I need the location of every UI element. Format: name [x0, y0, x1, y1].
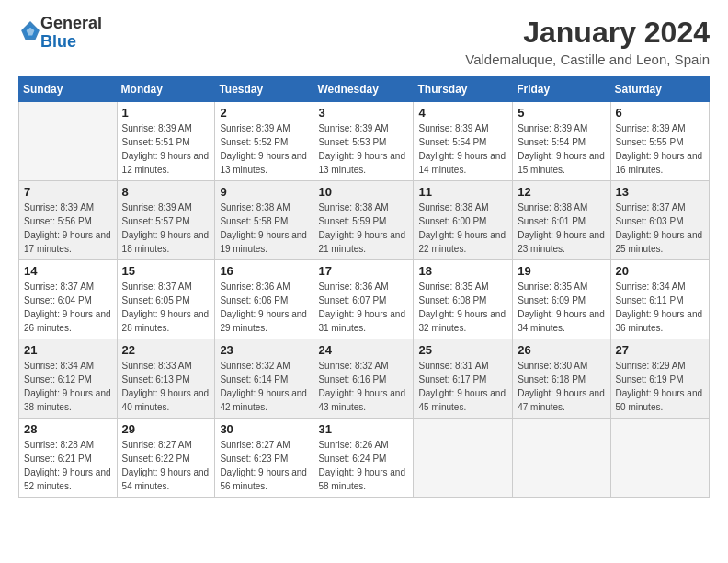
calendar-cell: 10Sunrise: 8:38 AM Sunset: 5:59 PM Dayli…: [313, 181, 414, 260]
day-info: Sunrise: 8:38 AM Sunset: 6:01 PM Dayligh…: [518, 201, 605, 256]
day-number: 18: [418, 264, 507, 278]
day-number: 10: [318, 185, 408, 199]
calendar-cell: 15Sunrise: 8:37 AM Sunset: 6:05 PM Dayli…: [117, 260, 215, 339]
day-number: 2: [220, 106, 308, 120]
day-info: Sunrise: 8:29 AM Sunset: 6:19 PM Dayligh…: [616, 359, 704, 414]
day-info: Sunrise: 8:39 AM Sunset: 5:53 PM Dayligh…: [318, 121, 408, 177]
header-thursday: Thursday: [414, 77, 513, 102]
logo-text: General Blue: [40, 15, 102, 52]
calendar-cell: 29Sunrise: 8:27 AM Sunset: 6:22 PM Dayli…: [117, 419, 215, 498]
day-info: Sunrise: 8:38 AM Sunset: 5:58 PM Dayligh…: [220, 201, 308, 256]
day-number: 3: [318, 106, 408, 120]
day-number: 22: [122, 343, 210, 357]
day-number: 4: [418, 106, 507, 120]
calendar-cell: 25Sunrise: 8:31 AM Sunset: 6:17 PM Dayli…: [414, 339, 513, 419]
calendar-cell: 21Sunrise: 8:34 AM Sunset: 6:12 PM Dayli…: [19, 339, 118, 419]
day-number: 27: [616, 343, 704, 357]
day-number: 20: [616, 264, 704, 278]
day-number: 19: [518, 264, 605, 278]
day-number: 5: [518, 106, 605, 120]
day-number: 9: [220, 185, 308, 199]
calendar-table: Sunday Monday Tuesday Wednesday Thursday…: [18, 76, 710, 498]
header: General Blue January 2024 Valdemaluque, …: [18, 15, 710, 67]
day-info: Sunrise: 8:39 AM Sunset: 5:54 PM Dayligh…: [518, 121, 605, 177]
day-number: 23: [220, 343, 308, 357]
day-info: Sunrise: 8:37 AM Sunset: 6:05 PM Dayligh…: [122, 280, 210, 335]
day-info: Sunrise: 8:30 AM Sunset: 6:18 PM Dayligh…: [518, 359, 605, 414]
day-info: Sunrise: 8:39 AM Sunset: 5:54 PM Dayligh…: [418, 121, 507, 177]
day-number: 28: [24, 422, 112, 436]
calendar-cell: [414, 419, 513, 498]
calendar-body: 1Sunrise: 8:39 AM Sunset: 5:51 PM Daylig…: [19, 102, 710, 498]
header-friday: Friday: [513, 77, 610, 102]
calendar-cell: 13Sunrise: 8:37 AM Sunset: 6:03 PM Dayli…: [610, 181, 709, 260]
calendar-week-5: 28Sunrise: 8:28 AM Sunset: 6:21 PM Dayli…: [19, 419, 710, 498]
day-number: 15: [122, 264, 210, 278]
calendar-cell: 17Sunrise: 8:36 AM Sunset: 6:07 PM Dayli…: [313, 260, 414, 339]
calendar-cell: 19Sunrise: 8:35 AM Sunset: 6:09 PM Dayli…: [513, 260, 610, 339]
day-number: 12: [518, 185, 605, 199]
calendar-cell: 31Sunrise: 8:26 AM Sunset: 6:24 PM Dayli…: [313, 419, 414, 498]
calendar-week-2: 7Sunrise: 8:39 AM Sunset: 5:56 PM Daylig…: [19, 181, 710, 260]
day-number: 6: [616, 106, 704, 120]
calendar-cell: 12Sunrise: 8:38 AM Sunset: 6:01 PM Dayli…: [513, 181, 610, 260]
calendar-cell: 8Sunrise: 8:39 AM Sunset: 5:57 PM Daylig…: [117, 181, 215, 260]
calendar-header: Sunday Monday Tuesday Wednesday Thursday…: [19, 77, 710, 102]
day-info: Sunrise: 8:39 AM Sunset: 5:57 PM Dayligh…: [122, 201, 210, 256]
main-title: January 2024: [465, 15, 710, 50]
day-info: Sunrise: 8:33 AM Sunset: 6:13 PM Dayligh…: [122, 359, 210, 414]
calendar-cell: 2Sunrise: 8:39 AM Sunset: 5:52 PM Daylig…: [215, 102, 313, 181]
day-number: 24: [318, 343, 408, 357]
calendar-cell: [19, 102, 118, 181]
day-number: 7: [24, 185, 112, 199]
header-wednesday: Wednesday: [313, 77, 414, 102]
page: General Blue January 2024 Valdemaluque, …: [0, 0, 728, 563]
day-number: 11: [418, 185, 507, 199]
day-info: Sunrise: 8:39 AM Sunset: 5:52 PM Dayligh…: [220, 121, 308, 177]
day-number: 26: [518, 343, 605, 357]
header-monday: Monday: [117, 77, 215, 102]
calendar-week-3: 14Sunrise: 8:37 AM Sunset: 6:04 PM Dayli…: [19, 260, 710, 339]
day-info: Sunrise: 8:35 AM Sunset: 6:09 PM Dayligh…: [518, 280, 605, 335]
day-info: Sunrise: 8:36 AM Sunset: 6:06 PM Dayligh…: [220, 280, 308, 335]
day-info: Sunrise: 8:27 AM Sunset: 6:22 PM Dayligh…: [122, 438, 210, 493]
calendar-cell: 9Sunrise: 8:38 AM Sunset: 5:58 PM Daylig…: [215, 181, 313, 260]
day-info: Sunrise: 8:27 AM Sunset: 6:23 PM Dayligh…: [220, 438, 308, 493]
day-number: 25: [418, 343, 507, 357]
day-info: Sunrise: 8:35 AM Sunset: 6:08 PM Dayligh…: [418, 280, 507, 335]
day-number: 1: [122, 106, 210, 120]
logo: General Blue: [18, 15, 102, 52]
day-number: 13: [616, 185, 704, 199]
calendar-week-1: 1Sunrise: 8:39 AM Sunset: 5:51 PM Daylig…: [19, 102, 710, 181]
day-info: Sunrise: 8:39 AM Sunset: 5:51 PM Dayligh…: [122, 121, 210, 177]
day-info: Sunrise: 8:26 AM Sunset: 6:24 PM Dayligh…: [318, 438, 408, 493]
calendar-cell: 20Sunrise: 8:34 AM Sunset: 6:11 PM Dayli…: [610, 260, 709, 339]
calendar-cell: 18Sunrise: 8:35 AM Sunset: 6:08 PM Dayli…: [414, 260, 513, 339]
calendar-week-4: 21Sunrise: 8:34 AM Sunset: 6:12 PM Dayli…: [19, 339, 710, 419]
calendar-cell: [513, 419, 610, 498]
day-number: 31: [318, 422, 408, 436]
day-number: 16: [220, 264, 308, 278]
calendar-cell: 11Sunrise: 8:38 AM Sunset: 6:00 PM Dayli…: [414, 181, 513, 260]
day-info: Sunrise: 8:31 AM Sunset: 6:17 PM Dayligh…: [418, 359, 507, 414]
calendar-cell: 14Sunrise: 8:37 AM Sunset: 6:04 PM Dayli…: [19, 260, 118, 339]
day-info: Sunrise: 8:28 AM Sunset: 6:21 PM Dayligh…: [24, 438, 112, 493]
day-info: Sunrise: 8:38 AM Sunset: 6:00 PM Dayligh…: [418, 201, 507, 256]
day-info: Sunrise: 8:32 AM Sunset: 6:14 PM Dayligh…: [220, 359, 308, 414]
day-info: Sunrise: 8:39 AM Sunset: 5:55 PM Dayligh…: [616, 121, 704, 177]
calendar-cell: 30Sunrise: 8:27 AM Sunset: 6:23 PM Dayli…: [215, 419, 313, 498]
calendar-cell: 28Sunrise: 8:28 AM Sunset: 6:21 PM Dayli…: [19, 419, 118, 498]
calendar-cell: 26Sunrise: 8:30 AM Sunset: 6:18 PM Dayli…: [513, 339, 610, 419]
header-tuesday: Tuesday: [215, 77, 313, 102]
calendar-cell: 7Sunrise: 8:39 AM Sunset: 5:56 PM Daylig…: [19, 181, 118, 260]
day-info: Sunrise: 8:38 AM Sunset: 5:59 PM Dayligh…: [318, 201, 408, 256]
calendar-cell: 24Sunrise: 8:32 AM Sunset: 6:16 PM Dayli…: [313, 339, 414, 419]
day-number: 17: [318, 264, 408, 278]
day-info: Sunrise: 8:37 AM Sunset: 6:04 PM Dayligh…: [24, 280, 112, 335]
title-block: January 2024 Valdemaluque, Castille and …: [465, 15, 710, 67]
calendar-cell: 5Sunrise: 8:39 AM Sunset: 5:54 PM Daylig…: [513, 102, 610, 181]
day-number: 8: [122, 185, 210, 199]
calendar-cell: 23Sunrise: 8:32 AM Sunset: 6:14 PM Dayli…: [215, 339, 313, 419]
calendar-cell: 27Sunrise: 8:29 AM Sunset: 6:19 PM Dayli…: [610, 339, 709, 419]
logo-icon: [20, 20, 40, 40]
